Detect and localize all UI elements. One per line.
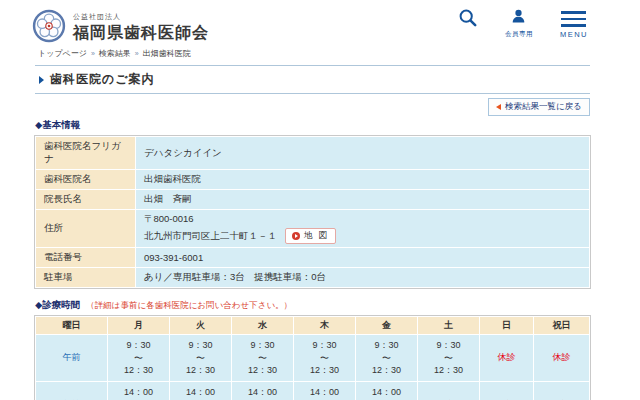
row-value: デハタシカイイン: [136, 137, 590, 170]
row-label: 午後: [36, 381, 108, 400]
header-actions: 会員専用 MENU: [458, 8, 588, 39]
table-row: 歯科医院名フリガナ デハタシカイイン: [36, 137, 590, 170]
hours-cell: 9：30〜12：30: [356, 335, 418, 382]
hours-note: （詳細は事前に各歯科医院にお問い合わせ下さい。）: [86, 300, 292, 312]
hours-cell: 14：00〜19：00: [108, 381, 170, 400]
search-icon: [458, 8, 478, 31]
col-header: 日: [480, 317, 534, 335]
association-logo-icon: [32, 9, 66, 47]
row-value: 出畑歯科医院: [136, 170, 590, 190]
hours-row-morning: 午前 9：30〜12：30 9：30〜12：30 9：30〜12：30 9：30…: [36, 335, 590, 382]
map-button-label: 地 図: [304, 230, 329, 242]
row-label: 院長氏名: [36, 190, 136, 210]
hours-cell: 9：30〜12：30: [108, 335, 170, 382]
hours-cell: 14：00〜19：00: [294, 381, 356, 400]
page-title: 歯科医院のご案内: [50, 71, 155, 88]
address-text: 北九州市門司区上二十町１－１: [144, 230, 277, 243]
row-label: 住所: [36, 210, 136, 248]
member-area-label: 会員専用: [505, 30, 533, 39]
table-row: 院長氏名 出畑 斉嗣: [36, 190, 590, 210]
person-icon: [510, 8, 527, 28]
row-label: 駐車場: [36, 268, 136, 288]
row-value: 出畑 斉嗣: [136, 190, 590, 210]
hours-cell: 9：30〜12：30: [170, 335, 232, 382]
title-arrow-icon: [39, 76, 44, 84]
table-row: 電話番号 093-391-6001: [36, 248, 590, 268]
table-row: 駐車場 あり／専用駐車場：3台 提携駐車場：0台: [36, 268, 590, 288]
hours-cell: 9：30〜12：30: [294, 335, 356, 382]
menu-button[interactable]: MENU: [560, 8, 588, 39]
col-header: 曜日: [36, 317, 108, 335]
col-header: 土: [418, 317, 480, 335]
col-header: 木: [294, 317, 356, 335]
hours-heading-row: ◆診療時間 （詳細は事前に各歯科医院にお問い合わせ下さい。）: [35, 299, 590, 312]
page-title-bar: 歯科医院のご案内: [35, 65, 590, 94]
basic-info-heading: ◆基本情報: [35, 119, 590, 132]
brand-home-link[interactable]: 公益社団法人 福岡県歯科医師会: [32, 9, 209, 47]
association-name: 福岡県歯科医師会: [73, 23, 209, 44]
back-row: 検索結果一覧に戻る: [35, 96, 590, 112]
hours-cell: 9：30〜12：30: [418, 335, 480, 382]
breadcrumb-home-link[interactable]: トップページ: [38, 49, 87, 58]
breadcrumb-separator: »: [91, 50, 95, 57]
table-row: 歯科医院名 出畑歯科医院: [36, 170, 590, 190]
basic-info-table: 歯科医院名フリガナ デハタシカイイン 歯科医院名 出畑歯科医院 院長氏名 出畑 …: [35, 136, 590, 288]
col-header: 金: [356, 317, 418, 335]
hours-table: 曜日 月 火 水 木 金 土 日 祝日 午前 9：30〜12：30 9：30〜1…: [35, 316, 590, 400]
hours-cell-closed: 休診: [480, 335, 534, 382]
hours-cell-closed: 休診: [480, 381, 534, 400]
member-area-button[interactable]: 会員専用: [505, 8, 533, 39]
hours-cell: 14：00〜19：00: [356, 381, 418, 400]
hours-heading: ◆診療時間: [35, 299, 80, 312]
address-cell: 〒800-0016 北九州市門司区上二十町１－１ 地 図: [136, 210, 590, 248]
col-header: 祝日: [534, 317, 590, 335]
zip-code: 〒800-0016: [144, 213, 581, 226]
hours-cell-closed: 休診: [418, 381, 480, 400]
back-to-results-link[interactable]: 検索結果一覧に戻る: [488, 98, 590, 116]
row-label: 電話番号: [36, 248, 136, 268]
main-content: 歯科医院のご案内 検索結果一覧に戻る ◆基本情報 歯科医院名フリガナ デハタシカ…: [35, 65, 590, 400]
table-row: 住所 〒800-0016 北九州市門司区上二十町１－１ 地 図: [36, 210, 590, 248]
hours-cell: 14：00〜19：00: [232, 381, 294, 400]
menu-label: MENU: [560, 30, 588, 39]
map-button[interactable]: 地 図: [285, 228, 336, 244]
back-arrow-icon: [496, 104, 501, 110]
map-marker-icon: [292, 232, 300, 240]
hours-header-row: 曜日 月 火 水 木 金 土 日 祝日: [36, 317, 590, 335]
association-type: 公益社団法人: [73, 12, 209, 22]
site-header: 公益社団法人 福岡県歯科医師会 会員専用 MENU: [0, 0, 640, 46]
hours-cell-closed: 休診: [534, 335, 590, 382]
breadcrumb: トップページ»検索結果»出畑歯科医院: [38, 48, 640, 59]
back-link-label: 検索結果一覧に戻る: [505, 101, 582, 113]
phone-number: 093-391-6001: [136, 248, 590, 268]
hours-cell-closed: 休診: [534, 381, 590, 400]
col-header: 月: [108, 317, 170, 335]
hamburger-menu-icon: [561, 8, 586, 27]
hours-cell: 14：00〜19：00: [170, 381, 232, 400]
hours-cell: 9：30〜12：30: [232, 335, 294, 382]
breadcrumb-separator: »: [135, 50, 139, 57]
hours-row-afternoon: 午後 14：00〜19：00 14：00〜19：00 14：00〜19：00 1…: [36, 381, 590, 400]
col-header: 水: [232, 317, 294, 335]
row-label: 歯科医院名フリガナ: [36, 137, 136, 170]
search-button[interactable]: [458, 8, 478, 31]
row-value: あり／専用駐車場：3台 提携駐車場：0台: [136, 268, 590, 288]
breadcrumb-results-link[interactable]: 検索結果: [99, 49, 131, 58]
col-header: 火: [170, 317, 232, 335]
row-label: 午前: [36, 335, 108, 382]
breadcrumb-current: 出畑歯科医院: [143, 49, 191, 58]
row-label: 歯科医院名: [36, 170, 136, 190]
